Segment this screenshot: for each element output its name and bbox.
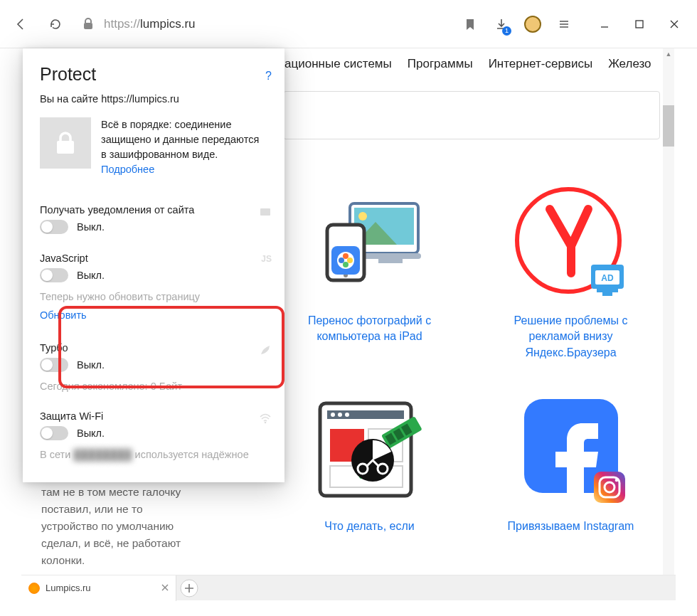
javascript-refresh-link[interactable]: Обновить [40, 309, 267, 321]
yandex-ads-icon: AD [511, 184, 631, 303]
svg-point-48 [614, 479, 618, 482]
turbo-state: Выкл. [77, 359, 105, 371]
tab-title: Lumpics.ru [46, 583, 91, 593]
scroll-up-icon[interactable]: ▲ [663, 48, 674, 60]
turbo-saved: Сегодня сэкономлено: 0 Байт [40, 381, 267, 392]
card-instagram-fb[interactable]: Привязываем Instagram [484, 389, 657, 534]
wifi-setting: Защита Wi-Fi Выкл. В сети ████████ испол… [23, 402, 284, 470]
popup-title: Protect [40, 64, 267, 85]
javascript-state: Выкл. [77, 270, 105, 281]
svg-point-16 [347, 257, 353, 263]
maximize-button[interactable] [623, 10, 655, 38]
tab-lumpics[interactable]: Lumpics.ru [21, 575, 176, 601]
tab-favicon-icon [28, 583, 40, 594]
toolbar-right: 1 [456, 10, 578, 38]
javascript-toggle[interactable] [40, 268, 68, 282]
comment-text: там не в том месте галочку поставил, или… [41, 484, 240, 569]
nav-os[interactable]: ационные системы [284, 57, 392, 71]
svg-point-29 [345, 413, 349, 417]
lock-large-icon [40, 117, 91, 169]
downloads-icon[interactable]: 1 [487, 10, 516, 38]
svg-rect-1 [636, 21, 643, 28]
svg-text:AD: AD [601, 273, 614, 283]
card-label: Перенос фотографий с компьютера на iPad [288, 313, 452, 345]
menu-button[interactable] [550, 10, 578, 38]
card-label: Решение проблемы с рекламой внизу Яндекс… [489, 313, 653, 361]
site-nav: ационные системы Программы Интернет-серв… [284, 57, 665, 71]
back-button[interactable] [7, 10, 36, 38]
facebook-instagram-icon [511, 389, 631, 509]
javascript-title: JavaScript [40, 253, 267, 264]
card-label: Что делать, если [324, 519, 414, 534]
svg-rect-0 [84, 23, 92, 29]
card-ipad-photos[interactable]: Перенос фотографий с компьютера на iPad [283, 184, 456, 361]
card-label: Привязываем Instagram [508, 519, 634, 534]
nav-programs[interactable]: Программы [408, 57, 473, 71]
profile-avatar[interactable] [518, 10, 547, 38]
browser-toolbar: https://lumpics.ru 1 [0, 0, 697, 48]
wifi-info: В сети ████████ используется надёжное [40, 449, 267, 460]
javascript-hint: Теперь нужно обновить страницу [40, 291, 267, 302]
notifications-setting: Получать уведомления от сайта Выкл. [23, 196, 284, 244]
notifications-title: Получать уведомления от сайта [40, 204, 267, 216]
rocket-icon [259, 344, 272, 359]
svg-point-4 [265, 422, 267, 424]
wifi-title: Защита Wi-Fi [40, 410, 267, 422]
svg-point-18 [339, 257, 344, 263]
protect-popup: Protect ? Вы на сайте https://lumpics.ru… [23, 48, 284, 482]
tab-close-icon[interactable] [161, 583, 169, 593]
svg-point-27 [331, 413, 335, 417]
svg-rect-3 [260, 208, 270, 216]
secure-text: Всё в порядке: соединение защищено и дан… [101, 117, 259, 177]
downloads-badge: 1 [502, 26, 511, 36]
wifi-state: Выкл. [77, 428, 105, 439]
reload-button[interactable] [41, 10, 70, 38]
window-controls [588, 10, 690, 38]
secure-more-link[interactable]: Подробнее [101, 164, 154, 175]
svg-rect-24 [602, 292, 612, 296]
page-scrollbar[interactable]: ▲ ▼ [663, 48, 674, 586]
js-icon: JS [261, 254, 272, 264]
ram-cut-icon [310, 389, 430, 509]
svg-point-8 [358, 212, 367, 221]
notifications-toggle[interactable] [40, 220, 68, 234]
secure-block: Всё в порядке: соединение защищено и дан… [23, 117, 284, 196]
close-window-button[interactable] [658, 10, 690, 38]
svg-rect-2 [57, 141, 74, 154]
tab-bar: Lumpics.ru [21, 575, 676, 600]
help-icon[interactable]: ? [265, 70, 272, 83]
address-bar[interactable]: https://lumpics.ru [75, 16, 450, 33]
popup-site-label: Вы на сайте https://lumpics.ru [23, 90, 284, 117]
svg-point-17 [343, 262, 348, 267]
ipad-photos-icon [310, 184, 430, 303]
card-what-to-do[interactable]: Что делать, если [283, 389, 456, 534]
nav-services[interactable]: Интернет-сервисы [489, 57, 593, 71]
lock-icon[interactable] [80, 16, 97, 33]
svg-point-15 [343, 253, 348, 259]
bookmark-icon[interactable] [456, 10, 484, 38]
minimize-button[interactable] [588, 10, 620, 38]
avatar-icon [524, 16, 541, 33]
notification-icon [259, 206, 272, 221]
new-tab-button[interactable] [176, 575, 202, 601]
turbo-title: Турбо [40, 342, 267, 354]
scrollbar-thumb[interactable] [663, 105, 674, 147]
svg-rect-10 [378, 257, 403, 263]
nav-hardware[interactable]: Железо [608, 57, 651, 71]
site-search-input[interactable] [283, 91, 660, 139]
turbo-setting: Турбо Выкл. Сегодня сэкономлено: 0 Байт [23, 334, 284, 402]
turbo-toggle[interactable] [40, 358, 68, 372]
article-cards: Перенос фотографий с компьютера на iPad … [283, 184, 657, 535]
wifi-toggle[interactable] [40, 426, 68, 440]
svg-rect-23 [597, 289, 618, 292]
wifi-icon [259, 412, 272, 428]
card-yandex-ads[interactable]: AD Решение проблемы с рекламой внизу Янд… [484, 184, 657, 361]
svg-point-28 [338, 413, 342, 417]
javascript-setting: JavaScript Выкл. Теперь нужно обновить с… [23, 244, 284, 334]
notifications-state: Выкл. [77, 221, 105, 233]
url-text: https://lumpics.ru [104, 17, 196, 31]
